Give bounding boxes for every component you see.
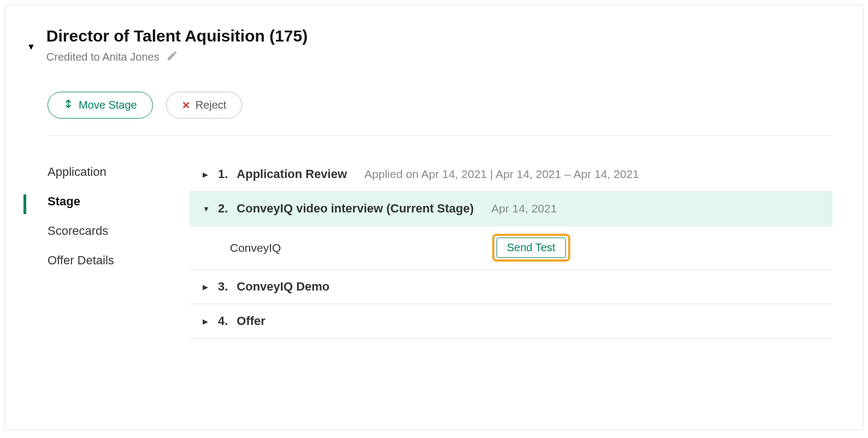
send-test-button[interactable]: Send Test	[497, 238, 566, 258]
caret-right-icon: ▶	[203, 170, 210, 179]
stage-name: Application Review	[237, 167, 347, 181]
caret-right-icon: ▶	[203, 317, 210, 325]
pencil-icon[interactable]	[166, 50, 178, 64]
stage-2-sub-row: ConveyIQ Send Test	[190, 226, 832, 270]
sidebar: Application Stage Scorecards Offer Detai…	[48, 157, 190, 339]
sidebar-item-offer-details[interactable]: Offer Details	[48, 246, 190, 275]
stage-name: ConveyIQ Demo	[237, 280, 329, 294]
stage-name: ConveyIQ video interview (Current Stage)	[237, 202, 474, 216]
body-row: Application Stage Scorecards Offer Detai…	[48, 157, 832, 339]
move-stage-label: Move Stage	[79, 99, 137, 111]
stage-number: 4.	[218, 314, 228, 328]
caret-down-icon: ▼	[203, 205, 210, 213]
action-row: Move Stage ✕ Reject	[48, 92, 832, 119]
title-block: Director of Talent Aquisition (175) Cred…	[46, 27, 832, 64]
stage-row-3[interactable]: ▶ 3. ConveyIQ Demo	[190, 270, 832, 304]
stage-name: Offer	[237, 314, 265, 328]
stage-number: 1.	[218, 167, 228, 181]
header-divider	[48, 135, 832, 135]
stage-row-4[interactable]: ▶ 4. Offer	[190, 304, 832, 339]
job-title: Director of Talent Aquisition (175)	[46, 27, 832, 45]
stage-meta: Applied on Apr 14, 2021 | Apr 14, 2021 –…	[364, 168, 639, 181]
sidebar-item-application[interactable]: Application	[48, 157, 190, 187]
move-stage-icon	[63, 98, 73, 113]
credit-line: Credited to Anita Jones	[46, 50, 832, 64]
stage-row-1[interactable]: ▶ 1. Application Review Applied on Apr 1…	[190, 157, 832, 192]
reject-button[interactable]: ✕ Reject	[166, 92, 243, 119]
sidebar-item-scorecards[interactable]: Scorecards	[48, 216, 190, 246]
sidebar-item-stage[interactable]: Stage	[48, 187, 190, 216]
stage-number: 2.	[218, 202, 228, 216]
reject-label: Reject	[196, 99, 227, 111]
stage-number: 3.	[218, 280, 228, 294]
stages-panel: ▶ 1. Application Review Applied on Apr 1…	[190, 157, 832, 339]
collapse-caret-icon[interactable]: ▼	[27, 42, 36, 52]
stage-meta: Apr 14, 2021	[491, 202, 557, 215]
move-stage-button[interactable]: Move Stage	[48, 92, 153, 119]
sidebar-active-indicator	[23, 194, 26, 214]
reject-icon: ✕	[182, 99, 190, 111]
sub-row-label: ConveyIQ	[230, 241, 492, 254]
job-header: ▼ Director of Talent Aquisition (175) Cr…	[27, 27, 832, 64]
credited-to-text: Credited to Anita Jones	[46, 51, 160, 63]
caret-right-icon: ▶	[203, 283, 210, 291]
job-card: ▼ Director of Talent Aquisition (175) Cr…	[4, 4, 864, 430]
send-test-highlight: Send Test	[492, 234, 570, 262]
stage-row-2[interactable]: ▼ 2. ConveyIQ video interview (Current S…	[190, 192, 832, 226]
